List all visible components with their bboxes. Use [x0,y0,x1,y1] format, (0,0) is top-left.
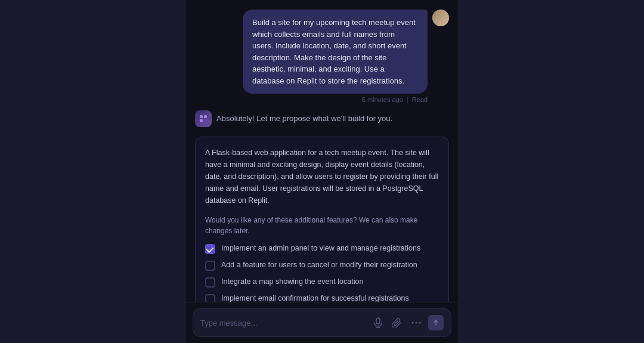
checkbox-3[interactable] [205,277,215,288]
message-status: Read [412,96,428,103]
bot-intro-text: Absolutely! Let me propose what we'll bu… [216,113,392,125]
checkbox-2[interactable] [205,261,215,271]
checkbox-item-3[interactable]: Integrate a map showing the event locati… [205,277,439,288]
svg-rect-0 [200,115,203,118]
input-box: Type message... [193,308,451,337]
svg-rect-3 [204,119,207,122]
avatar-image [432,10,449,26]
checkbox-item-2[interactable]: Add a feature for users to cancel or mod… [205,260,439,271]
plan-description: A Flask-based web application for a tech… [205,147,439,206]
svg-point-8 [416,322,417,324]
meta-divider: | [407,96,408,103]
mic-button[interactable] [371,316,385,330]
send-icon [433,319,439,326]
features-question: Would you like any of these additional f… [205,215,439,236]
message-input-placeholder[interactable]: Type message... [200,319,366,327]
bot-avatar [195,110,212,127]
svg-point-9 [419,322,421,324]
checkbox-label-2: Add a feature for users to cancel or mod… [221,260,417,271]
attach-icon [392,318,402,327]
checkbox-label-1: Implement an admin panel to view and man… [221,243,420,254]
bot-message-row: Absolutely! Let me propose what we'll bu… [195,110,449,127]
plan-card: A Flask-based web application for a tech… [195,137,449,302]
chat-container: Build a site for my upcoming tech meetup… [185,0,459,343]
user-avatar [432,10,449,26]
send-button[interactable] [428,315,444,330]
checkbox-4[interactable] [205,294,215,302]
bot-icon [199,114,208,123]
svg-rect-2 [200,119,203,122]
checkbox-item-1[interactable]: Implement an admin panel to view and man… [205,243,439,254]
message-meta: 6 minutes ago | Read [243,96,428,103]
checkbox-label-4: Implement email confirmation for success… [221,293,409,302]
checkbox-1[interactable] [205,244,215,254]
attach-button[interactable] [390,316,404,330]
more-icon [411,322,421,324]
more-button[interactable] [409,316,423,330]
svg-point-7 [412,322,414,324]
messages-area: Build a site for my upcoming tech meetup… [185,0,459,302]
input-area: Type message... [185,302,459,343]
svg-rect-1 [204,115,207,118]
checkbox-label-3: Integrate a map showing the event locati… [221,277,363,288]
message-time: 6 minutes ago [362,96,403,103]
svg-rect-4 [376,318,380,324]
input-icons [371,315,444,330]
checkbox-item-4[interactable]: Implement email confirmation for success… [205,293,439,302]
mic-icon [374,317,382,328]
user-message-text: Build a site for my upcoming tech meetup… [252,18,416,85]
checkbox-list: Implement an admin panel to view and man… [205,243,439,302]
user-bubble: Build a site for my upcoming tech meetup… [243,10,428,103]
user-message-row: Build a site for my upcoming tech meetup… [195,10,449,103]
